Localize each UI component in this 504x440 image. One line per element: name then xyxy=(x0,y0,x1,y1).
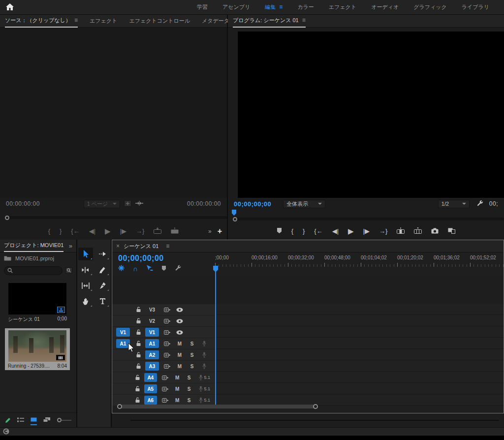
insert-icon[interactable] xyxy=(154,227,161,235)
timeline-horizontal-scrollbar[interactable] xyxy=(112,403,504,410)
tab-metadata[interactable]: メタデータ xyxy=(202,17,229,25)
program-scrub-track[interactable] xyxy=(233,218,504,220)
creative-cloud-sync-icon[interactable] xyxy=(3,428,9,436)
sync-lock-icon[interactable] xyxy=(162,398,169,403)
toggle-track-output-eye-icon[interactable] xyxy=(176,330,183,335)
step-back-button[interactable]: ◀| xyxy=(332,228,339,234)
bin-item-clip-selected[interactable]: Running - 27539.... 8:04 xyxy=(5,328,70,370)
sync-lock-icon[interactable] xyxy=(164,307,171,313)
clip-thumbnail[interactable] xyxy=(8,330,66,362)
go-to-in-button[interactable]: {← xyxy=(314,228,322,234)
track-lane-a4[interactable] xyxy=(215,372,504,383)
button-editor-add[interactable]: + xyxy=(218,227,222,236)
icon-view-button[interactable] xyxy=(31,417,37,423)
timeline-tab-sequence[interactable]: シーケンス 01 xyxy=(124,243,158,250)
add-marker-icon[interactable] xyxy=(277,227,282,235)
step-back-button[interactable]: ◀| xyxy=(89,228,95,234)
lock-icon[interactable] xyxy=(136,363,141,369)
track-lane-v3[interactable] xyxy=(215,304,504,315)
source-patch[interactable] xyxy=(116,384,129,393)
track-lane-v2[interactable] xyxy=(215,315,504,326)
sequence-thumbnail[interactable] xyxy=(8,283,66,314)
solo-button[interactable]: S xyxy=(186,375,192,380)
program-settings-wrench-icon[interactable] xyxy=(476,200,483,208)
mark-in-button[interactable]: { xyxy=(291,228,293,234)
track-target-button[interactable]: A2 xyxy=(145,350,159,359)
fit-width-icon[interactable] xyxy=(135,201,143,207)
tab-libraries[interactable]: ライブラリ xyxy=(462,3,489,11)
collapsed-scrollbar[interactable] xyxy=(130,420,499,421)
voiceover-mic-icon[interactable] xyxy=(201,363,208,369)
source-patch[interactable] xyxy=(116,316,130,325)
step-forward-button[interactable]: |▶ xyxy=(363,228,370,234)
snap-magnet-icon[interactable]: ∩ xyxy=(133,266,138,271)
track-target-button[interactable]: A1 xyxy=(145,339,159,348)
search-bin-icon[interactable] xyxy=(65,267,72,275)
track-target-button[interactable]: V2 xyxy=(145,316,159,325)
export-frame-camera-icon[interactable] xyxy=(431,228,439,235)
go-to-in-button[interactable]: {← xyxy=(71,228,79,234)
sync-lock-icon[interactable] xyxy=(164,364,171,369)
tab-learning[interactable]: 学習 xyxy=(197,3,208,11)
workspace-menu-icon[interactable]: ≡ xyxy=(279,3,283,10)
tab-audio[interactable]: オーディオ xyxy=(371,3,399,11)
program-playhead[interactable] xyxy=(232,210,236,216)
track-target-button[interactable]: A5 xyxy=(144,384,157,393)
track-target-button[interactable]: A3 xyxy=(145,362,159,371)
ripple-edit-tool[interactable] xyxy=(78,263,93,276)
lock-icon[interactable] xyxy=(136,341,141,346)
bin-item-sequence[interactable]: シーケンス 01 0;00 xyxy=(5,281,70,324)
lock-icon[interactable] xyxy=(136,318,141,324)
item-name[interactable]: Running - 27539.... xyxy=(8,363,50,369)
mark-out-button[interactable]: } xyxy=(303,228,305,234)
project-file-name[interactable]: MOVIE01.prproj xyxy=(15,255,54,261)
sync-lock-icon[interactable] xyxy=(164,330,171,335)
tab-effects-panel[interactable]: エフェクト xyxy=(90,17,117,25)
voiceover-mic-icon[interactable] xyxy=(198,375,204,380)
program-fit-select[interactable]: 全体表示 xyxy=(283,200,325,208)
lock-icon[interactable] xyxy=(136,352,141,358)
solo-button[interactable]: S xyxy=(189,364,195,369)
tab-color[interactable]: カラー xyxy=(297,3,314,11)
linked-selection-icon[interactable] xyxy=(146,265,153,272)
tab-editing[interactable]: 編集≡ xyxy=(265,3,283,11)
mark-in-button[interactable]: { xyxy=(48,228,50,234)
source-patch[interactable] xyxy=(116,373,129,382)
freeform-view-button[interactable] xyxy=(43,417,51,423)
tab-source[interactable]: ソース：（クリップなし）≡ xyxy=(5,17,78,25)
folder-icon[interactable] xyxy=(4,255,11,262)
go-to-out-button[interactable]: →} xyxy=(379,228,387,234)
project-writable-pencil-icon[interactable] xyxy=(5,417,11,423)
zoom-slider-handle[interactable] xyxy=(57,418,62,422)
voiceover-mic-icon[interactable] xyxy=(201,352,208,358)
solo-button[interactable]: S xyxy=(189,352,195,358)
tab-effect-controls[interactable]: エフェクトコントロール xyxy=(129,17,190,25)
go-to-out-button[interactable]: →} xyxy=(136,228,144,234)
source-scrub-track[interactable] xyxy=(5,216,227,219)
tab-graphics[interactable]: グラフィック xyxy=(413,3,447,11)
mute-button[interactable]: M xyxy=(174,398,181,403)
step-forward-button[interactable]: |▶ xyxy=(120,228,126,234)
thumbnail-zoom-slider[interactable] xyxy=(57,418,71,422)
program-video-frame[interactable] xyxy=(238,31,504,198)
toggle-track-output-eye-icon[interactable] xyxy=(176,308,183,312)
timeline-settings-wrench-icon[interactable] xyxy=(175,265,181,272)
nest-toggle-icon[interactable] xyxy=(118,265,125,272)
slip-tool[interactable] xyxy=(78,279,93,292)
voiceover-mic-icon[interactable] xyxy=(198,397,204,403)
home-button[interactable] xyxy=(0,0,20,15)
sync-lock-icon[interactable] xyxy=(164,341,171,346)
panel-menu-icon[interactable]: ≡ xyxy=(302,17,306,24)
lift-icon[interactable] xyxy=(397,227,405,235)
track-lane-a1[interactable] xyxy=(215,338,504,349)
source-scrubber[interactable] xyxy=(0,210,227,222)
source-patch-v1[interactable]: V1 xyxy=(116,328,130,337)
razor-tool[interactable] xyxy=(95,263,110,276)
tab-effects[interactable]: エフェクト xyxy=(329,3,356,11)
program-current-timecode[interactable]: 00;00;00;00 xyxy=(234,200,271,208)
play-button[interactable]: ▶ xyxy=(348,227,354,235)
source-patch[interactable] xyxy=(116,362,130,371)
comparison-view-icon[interactable] xyxy=(448,228,455,235)
mute-button[interactable]: M xyxy=(174,386,181,392)
list-view-button[interactable] xyxy=(17,417,24,423)
